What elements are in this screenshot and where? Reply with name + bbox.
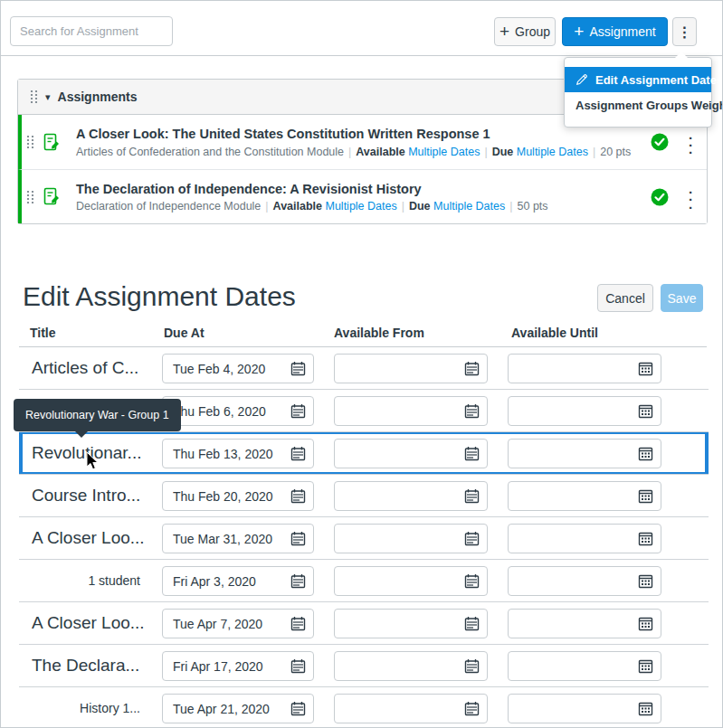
available-from-input[interactable]	[335, 440, 464, 468]
add-assignment-button[interactable]: + Assignment	[562, 17, 668, 46]
calendar-icon[interactable]	[290, 446, 306, 461]
calendar-icon[interactable]	[464, 488, 480, 504]
available-until-input[interactable]	[509, 482, 638, 510]
available-until-input[interactable]	[509, 567, 638, 595]
assignment-kebab-icon[interactable]: ...	[681, 131, 699, 154]
available-multiple-dates-link[interactable]: Multiple Dates	[325, 200, 396, 213]
calendar-icon[interactable]	[464, 658, 480, 674]
due-at-input[interactable]	[163, 355, 290, 383]
available-multiple-dates-link[interactable]: Multiple Dates	[408, 146, 480, 158]
add-group-button[interactable]: + Group	[494, 17, 556, 46]
due-at-field[interactable]	[162, 694, 314, 723]
available-until-input[interactable]	[509, 355, 638, 383]
available-from-field[interactable]	[334, 439, 488, 468]
drag-handle-icon[interactable]	[30, 90, 38, 104]
assignments-settings-kebab-button[interactable]: ⋮	[672, 17, 697, 46]
available-from-input[interactable]	[335, 525, 464, 553]
due-at-input[interactable]	[163, 652, 290, 680]
calendar-icon[interactable]	[290, 573, 306, 589]
due-at-input[interactable]	[163, 610, 290, 638]
assignment-title[interactable]: A Closer Look: The United States Constit…	[76, 126, 651, 142]
available-until-field[interactable]	[508, 609, 661, 638]
menu-item-edit-assignment-dates[interactable]: Edit Assignment Dates	[565, 67, 711, 92]
calendar-grid-icon[interactable]	[638, 361, 653, 376]
calendar-icon[interactable]	[290, 488, 306, 504]
available-from-input[interactable]	[335, 695, 464, 723]
calendar-grid-icon[interactable]	[638, 573, 653, 589]
calendar-icon[interactable]	[290, 403, 306, 419]
calendar-grid-icon[interactable]	[638, 488, 653, 504]
available-from-input[interactable]	[335, 355, 464, 383]
calendar-grid-icon[interactable]	[638, 616, 653, 631]
due-at-field[interactable]	[162, 481, 314, 511]
due-at-field[interactable]	[162, 354, 314, 383]
calendar-icon[interactable]	[464, 616, 480, 631]
available-from-input[interactable]	[335, 397, 464, 425]
available-from-input[interactable]	[335, 652, 464, 680]
available-from-field[interactable]	[334, 524, 488, 553]
drag-handle-icon[interactable]	[26, 190, 34, 204]
available-until-input[interactable]	[509, 695, 638, 723]
due-at-input[interactable]	[163, 695, 290, 723]
available-until-input[interactable]	[509, 525, 638, 553]
calendar-icon[interactable]	[464, 531, 480, 546]
due-at-input[interactable]	[163, 482, 290, 510]
due-multiple-dates-link[interactable]: Multiple Dates	[433, 200, 505, 213]
available-from-field[interactable]	[334, 609, 488, 638]
available-until-field[interactable]	[508, 481, 661, 511]
available-from-field[interactable]	[334, 354, 488, 383]
published-check-icon[interactable]	[651, 133, 669, 151]
available-from-input[interactable]	[335, 610, 464, 638]
calendar-icon[interactable]	[464, 446, 480, 461]
drag-handle-icon[interactable]	[26, 135, 34, 149]
published-check-icon[interactable]	[651, 188, 669, 206]
calendar-icon[interactable]	[464, 361, 480, 376]
assignment-title[interactable]: The Declaration of Independence: A Revis…	[76, 181, 651, 197]
available-until-input[interactable]	[509, 397, 638, 425]
available-until-input[interactable]	[509, 652, 638, 680]
assignment-row[interactable]: The Declaration of Independence: A Revis…	[18, 169, 707, 223]
calendar-icon[interactable]	[290, 658, 306, 674]
calendar-icon[interactable]	[464, 403, 480, 419]
calendar-icon[interactable]	[290, 361, 306, 376]
available-until-field[interactable]	[508, 694, 661, 723]
available-until-field[interactable]	[508, 439, 661, 468]
due-at-field[interactable]	[162, 439, 314, 468]
due-at-input[interactable]	[163, 525, 290, 553]
available-from-input[interactable]	[335, 567, 464, 595]
due-multiple-dates-link[interactable]: Multiple Dates	[517, 146, 588, 158]
assignment-kebab-icon[interactable]: ...	[681, 185, 699, 208]
available-from-field[interactable]	[334, 566, 488, 596]
available-until-field[interactable]	[508, 396, 661, 426]
calendar-grid-icon[interactable]	[638, 701, 653, 716]
menu-item-assignment-groups-weight[interactable]: Assignment Groups Weight	[565, 92, 711, 118]
available-until-field[interactable]	[508, 524, 661, 553]
due-at-input[interactable]	[163, 567, 290, 595]
save-button[interactable]: Save	[661, 284, 703, 312]
available-until-input[interactable]	[509, 610, 638, 638]
calendar-icon[interactable]	[290, 616, 306, 631]
due-at-field[interactable]	[162, 566, 314, 596]
calendar-grid-icon[interactable]	[638, 403, 653, 419]
available-from-field[interactable]	[334, 481, 488, 511]
due-at-input[interactable]	[163, 397, 290, 425]
search-input[interactable]	[10, 16, 173, 46]
available-until-field[interactable]	[508, 354, 661, 383]
available-until-input[interactable]	[509, 440, 638, 468]
calendar-grid-icon[interactable]	[638, 531, 653, 546]
due-at-field[interactable]	[162, 651, 314, 681]
calendar-icon[interactable]	[464, 573, 480, 589]
available-until-field[interactable]	[508, 651, 661, 681]
calendar-grid-icon[interactable]	[638, 446, 653, 461]
calendar-icon[interactable]	[464, 701, 480, 716]
available-from-input[interactable]	[335, 482, 464, 510]
due-at-field[interactable]	[162, 524, 314, 553]
calendar-grid-icon[interactable]	[638, 658, 653, 674]
calendar-icon[interactable]	[290, 701, 306, 716]
available-from-field[interactable]	[334, 694, 488, 723]
chevron-down-icon[interactable]: ▾	[45, 91, 51, 103]
available-from-field[interactable]	[334, 651, 488, 681]
cancel-button[interactable]: Cancel	[597, 284, 653, 312]
due-at-field[interactable]	[162, 609, 314, 638]
calendar-icon[interactable]	[290, 531, 306, 546]
